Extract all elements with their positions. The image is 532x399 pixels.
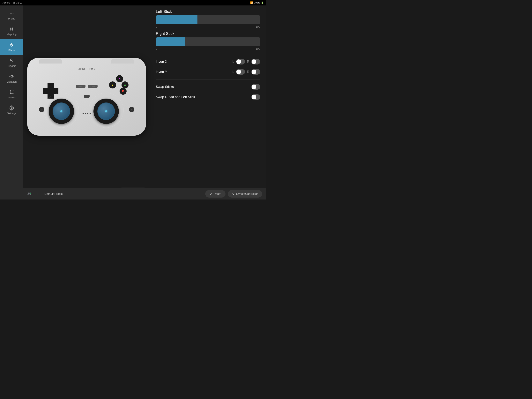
- center-buttons: - select + start: [76, 85, 98, 88]
- sidebar-item-triggers[interactable]: Triggers: [0, 55, 23, 71]
- shoulder-right: [111, 59, 134, 64]
- swap-dpad-label: Swap D-pad and Left Stick: [156, 95, 195, 99]
- invert-y-left-toggle[interactable]: [236, 69, 245, 75]
- macros-icon: [9, 90, 14, 95]
- invert-x-left-letter: L: [233, 60, 234, 64]
- svg-rect-14: [11, 75, 13, 77]
- invert-y-right-toggle[interactable]: [251, 69, 260, 75]
- left-stick-title: Left Stick: [156, 9, 260, 14]
- bottom-profile-info: 🎮 + ⊞ + Default Profile: [27, 192, 203, 196]
- main-content: 8BitDo Pro 2 X Y A B - select: [23, 6, 266, 188]
- right-stick-labels: 0 100: [156, 47, 260, 50]
- left-stick-fill: [156, 15, 197, 24]
- left-stick-slider[interactable]: 0 100: [156, 15, 260, 28]
- home-btn[interactable]: ⊙: [129, 107, 134, 112]
- button-a[interactable]: A: [121, 81, 128, 89]
- invert-x-row: Invert X L R: [156, 58, 260, 65]
- sidebar-item-profile[interactable]: Profile: [0, 7, 23, 23]
- wifi-icon: 📶: [250, 1, 253, 4]
- invert-y-label: Invert Y: [156, 70, 167, 74]
- reset-icon: ↺: [209, 192, 212, 196]
- sidebar-label-settings: Settings: [7, 112, 16, 115]
- swap-dpad-row: Swap D-pad and Left Stick: [156, 94, 260, 101]
- svg-point-23: [11, 107, 13, 109]
- controller-image: 8BitDo Pro 2 X Y A B - select: [27, 58, 146, 135]
- sidebar-item-macros[interactable]: Macros: [0, 86, 23, 102]
- scroll-indicator: [121, 187, 145, 187]
- triggers-icon: [9, 58, 14, 63]
- invert-x-right-letter: R: [247, 60, 249, 64]
- right-stick-inner: [97, 103, 115, 120]
- select-btn[interactable]: - select: [76, 85, 85, 88]
- sticks-icon: [9, 42, 14, 48]
- left-stick-dot: [60, 110, 62, 112]
- invert-x-right-toggle[interactable]: [251, 59, 260, 64]
- sidebar-item-settings[interactable]: Settings: [0, 102, 23, 118]
- swap-dpad-knob: [252, 95, 256, 99]
- swap-sticks-toggle[interactable]: [251, 84, 260, 90]
- sidebar: Profile Mapping Sticks Triggers: [0, 6, 23, 188]
- status-bar: 3:08 PM Tue Mar 23 📶 100% 🔋: [0, 0, 266, 6]
- bottom-plus-1: +: [33, 192, 35, 196]
- sidebar-label-mapping: Mapping: [7, 33, 17, 36]
- sidebar-label-sticks: Sticks: [8, 49, 15, 52]
- sidebar-item-sticks[interactable]: Sticks: [0, 39, 23, 55]
- right-stick-track: [156, 37, 260, 46]
- svg-rect-2: [13, 13, 14, 14]
- button-b[interactable]: B: [120, 88, 127, 95]
- profile-icon: [9, 11, 14, 16]
- divider-1: [156, 54, 260, 54]
- swap-dpad-toggle[interactable]: [251, 94, 260, 100]
- menu-btn-group: - select + start: [76, 85, 98, 88]
- start-btn[interactable]: + start: [88, 85, 98, 88]
- sidebar-label-triggers: Triggers: [7, 64, 16, 67]
- controller-brand: 8BitDo: [78, 67, 85, 70]
- svg-point-21: [10, 93, 11, 94]
- sync-label: SynctoController: [236, 192, 258, 195]
- svg-point-22: [13, 93, 14, 94]
- reset-label: Reset: [214, 192, 221, 195]
- dpad-cross: [43, 83, 58, 99]
- left-stick-label-start: 0: [156, 25, 157, 28]
- sidebar-label-vibration: Vibration: [7, 80, 17, 83]
- reset-button[interactable]: ↺ Reset: [205, 190, 226, 198]
- left-stick-labels: 0 100: [156, 25, 260, 28]
- button-y[interactable]: Y: [109, 81, 116, 89]
- status-date: Tue Mar 23: [12, 1, 22, 4]
- capture-btn[interactable]: [84, 95, 89, 98]
- invert-x-label: Invert X: [156, 60, 167, 64]
- svg-point-13: [11, 60, 12, 61]
- status-time: 3:08 PM: [2, 1, 10, 4]
- left-stick-section: Left Stick 0 100: [156, 9, 260, 28]
- divider-2: [156, 79, 260, 79]
- svg-point-20: [13, 90, 14, 91]
- right-stick-dot: [105, 110, 107, 112]
- stick-dots-decoration: [82, 113, 91, 114]
- right-stick-slider[interactable]: 0 100: [156, 37, 260, 50]
- bottom-profile-label: Default Profile: [44, 192, 63, 195]
- invert-y-right-letter: R: [247, 70, 249, 74]
- right-stick[interactable]: [94, 99, 119, 124]
- invert-x-left-toggle[interactable]: [236, 59, 245, 64]
- sync-button[interactable]: ↻ SynctoController: [228, 190, 262, 198]
- share-btn[interactable]: ☆: [39, 107, 44, 112]
- left-stick[interactable]: [49, 99, 74, 124]
- status-left: 3:08 PM Tue Mar 23: [2, 1, 22, 4]
- swap-sticks-knob: [252, 84, 256, 89]
- invert-y-left-letter: L: [233, 70, 234, 74]
- settings-icon: [9, 105, 14, 111]
- bottom-controller-icon: 🎮: [27, 192, 32, 196]
- right-stick-label-end: 100: [256, 47, 260, 50]
- swap-sticks-toggle-single: [251, 84, 260, 90]
- button-x[interactable]: X: [116, 75, 123, 82]
- sidebar-item-mapping[interactable]: Mapping: [0, 23, 23, 39]
- invert-x-left-knob: [236, 59, 241, 64]
- swap-sticks-row: Swap Sticks: [156, 83, 260, 90]
- vibration-icon: [9, 74, 14, 79]
- sidebar-item-vibration[interactable]: Vibration: [0, 71, 23, 86]
- svg-point-10: [11, 45, 12, 45]
- right-stick-title: Right Stick: [156, 31, 260, 36]
- shoulder-left: [39, 59, 62, 64]
- bottom-bar: 🎮 + ⊞ + Default Profile ↺ Reset ↻ Syncto…: [0, 188, 266, 200]
- controller-model: Pro 2: [89, 67, 95, 70]
